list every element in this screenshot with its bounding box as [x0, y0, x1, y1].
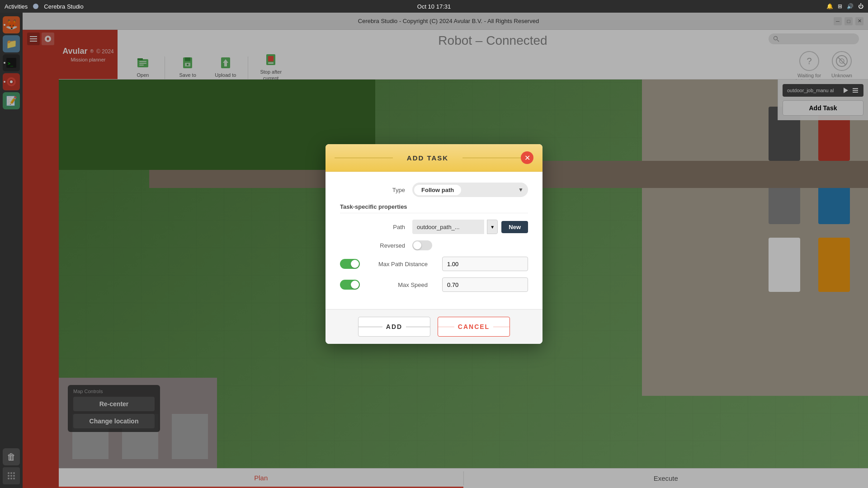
- add-task-modal: ADD TASK ✕ Type Follow path ▼ Task-speci…: [326, 144, 542, 344]
- reversed-toggle[interactable]: [412, 240, 432, 250]
- os-bar-datetime: Oct 10 17:31: [417, 3, 451, 10]
- path-new-button[interactable]: New: [501, 221, 528, 233]
- max-path-distance-toggle-knob: [351, 260, 359, 268]
- max-speed-toggle-knob: [351, 281, 359, 289]
- path-dropdown-arrow[interactable]: ▼: [487, 220, 498, 234]
- modal-title: ADD TASK: [398, 154, 457, 162]
- network-icon[interactable]: ⊞: [838, 3, 842, 9]
- modal-close-button[interactable]: ✕: [521, 151, 533, 164]
- cancel-btn-line-left: [438, 327, 454, 327]
- max-speed-label: Max Speed: [365, 282, 435, 288]
- modal-header-line-left: [335, 158, 393, 158]
- task-properties-title: Task-specific properties: [340, 203, 528, 213]
- type-value: Follow path: [414, 185, 461, 195]
- os-bar-left: Activities Cerebra Studio: [5, 3, 84, 10]
- cancel-btn-label: CANCEL: [458, 323, 490, 330]
- path-select-wrapper: outdoor_path_... ▼ New: [412, 220, 528, 234]
- modal-overlay: ADD TASK ✕ Type Follow path ▼ Task-speci…: [0, 0, 868, 488]
- max-speed-input[interactable]: [442, 277, 528, 292]
- modal-body: Type Follow path ▼ Task-specific propert…: [326, 172, 542, 309]
- modal-header-line-right: [462, 158, 521, 158]
- reversed-label: Reversed: [340, 242, 412, 249]
- type-row: Type Follow path ▼: [340, 183, 528, 197]
- max-speed-toggle[interactable]: [340, 280, 360, 290]
- type-label: Type: [340, 187, 412, 193]
- max-path-distance-input[interactable]: [442, 257, 528, 271]
- modal-header-inner: ADD TASK: [335, 154, 521, 162]
- add-btn-line-right: [406, 327, 430, 327]
- app-indicator-dot: [33, 4, 38, 9]
- reversed-toggle-knob: [413, 241, 421, 249]
- max-path-distance-label: Max Path Distance: [365, 261, 435, 267]
- modal-header: ADD TASK ✕: [326, 144, 542, 172]
- modal-footer: ADD CANCEL: [326, 309, 542, 344]
- sound-icon[interactable]: 🔊: [847, 3, 854, 9]
- cancel-btn-line-right: [493, 327, 509, 327]
- path-select-value[interactable]: outdoor_path_...: [412, 220, 484, 234]
- reversed-row: Reversed: [340, 240, 528, 250]
- power-icon[interactable]: ⏻: [858, 3, 863, 9]
- add-btn-line-left: [359, 327, 382, 327]
- max-path-distance-toggle[interactable]: [340, 259, 360, 269]
- type-dropdown-arrow[interactable]: ▼: [515, 184, 526, 195]
- max-speed-row: Max Speed: [340, 277, 528, 292]
- add-button[interactable]: ADD: [358, 317, 430, 337]
- cancel-button[interactable]: CANCEL: [438, 317, 510, 337]
- type-selector[interactable]: Follow path ▼: [412, 183, 528, 197]
- os-bar-right: 🔔 ⊞ 🔊 ⏻: [826, 3, 863, 9]
- activities-label[interactable]: Activities: [5, 3, 28, 10]
- max-path-distance-row: Max Path Distance: [340, 257, 528, 271]
- active-app-name: Cerebra Studio: [44, 3, 83, 10]
- os-bar: Activities Cerebra Studio Oct 10 17:31 🔔…: [0, 0, 868, 13]
- path-row: Path outdoor_path_... ▼ New: [340, 220, 528, 234]
- bell-icon[interactable]: 🔔: [826, 3, 833, 9]
- add-btn-label: ADD: [386, 323, 402, 330]
- path-label: Path: [340, 224, 412, 230]
